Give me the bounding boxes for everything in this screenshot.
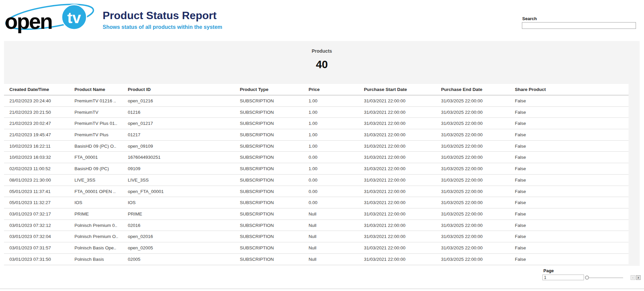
table-cell: 31/03/2025 22:00:00	[441, 197, 514, 208]
table-cell: 31/03/2025 22:00:00	[441, 152, 514, 163]
table-cell: False	[515, 220, 626, 231]
table-cell: SUBSCRIPTION	[240, 152, 307, 163]
table-row[interactable]: 21/02/2023 19:45:47PremiumTV Plus01217SU…	[4, 129, 629, 141]
table-cell: open_01216	[128, 95, 238, 106]
table-cell: open_FTA_00001	[128, 186, 238, 197]
table-cell: 02016	[128, 220, 238, 231]
column-header[interactable]: Created Date/Time	[9, 84, 73, 95]
table-cell: SUBSCRIPTION	[240, 107, 307, 118]
table-cell: False	[515, 141, 626, 152]
table-cell: 31/03/2025 22:00:00	[441, 231, 514, 242]
table-row[interactable]: 03/01/2023 07:31:50Polnisch Basis02005SU…	[4, 254, 629, 264]
table-row[interactable]: 03/01/2023 07:32:12Polnisch Premium 0..0…	[4, 220, 629, 231]
column-header[interactable]: Purchase End Date	[441, 84, 514, 95]
table-cell: 21/02/2023 20:24:40	[9, 95, 73, 106]
table-cell: 09109	[128, 163, 238, 174]
table-cell: False	[515, 163, 626, 174]
next-page-button[interactable]: ›	[636, 275, 641, 280]
table-cell: 31/03/2021 22:00:00	[364, 141, 440, 152]
table-cell: 31/03/2025 22:00:00	[441, 107, 514, 118]
table-cell: 31/03/2025 22:00:00	[441, 175, 514, 186]
page-subtitle: Shows status of all products within the …	[103, 24, 222, 30]
table-row[interactable]: 08/01/2023 21:30:00LIVE_3SSLIVE_3SSSUBSC…	[4, 175, 629, 186]
column-header[interactable]: Price	[309, 84, 363, 95]
table-cell: 1676044930251	[128, 152, 238, 163]
table-row[interactable]: 10/02/2023 16:22:11BasisHD 09 (PC) O..op…	[4, 141, 629, 152]
table-cell: 31/03/2025 22:00:00	[441, 163, 514, 174]
table-cell: PremiumTV Plus	[74, 129, 127, 140]
table-cell: FTA_00001 OPEN ..	[74, 186, 127, 197]
table-cell: False	[515, 152, 626, 163]
table-cell: Polnisch Basis Ope..	[74, 242, 127, 253]
table-cell: False	[515, 231, 626, 242]
table-cell: Polnisch Premium 0..	[74, 220, 127, 231]
products-table: Created Date/TimeProduct NameProduct IDP…	[4, 84, 629, 264]
table-cell: Null	[309, 231, 363, 242]
prev-page-button[interactable]: ‹	[631, 275, 635, 280]
table-cell: SUBSCRIPTION	[240, 231, 307, 242]
bottom-divider	[0, 289, 644, 289]
table-cell: 1.00	[309, 141, 363, 152]
table-cell: False	[515, 118, 626, 129]
table-cell: open_01217	[128, 118, 238, 129]
table-row[interactable]: 05/01/2023 11:37:41FTA_00001 OPEN ..open…	[4, 186, 629, 197]
table-cell: 31/03/2025 22:00:00	[441, 95, 514, 106]
table-cell: SUBSCRIPTION	[240, 163, 307, 174]
table-row[interactable]: 02/02/2023 11:00:52BasisHD 09 (PC)09109S…	[4, 163, 629, 175]
table-cell: 31/03/2025 22:00:00	[441, 186, 514, 197]
column-header[interactable]: Purchase Start Date	[364, 84, 440, 95]
table-cell: 02005	[128, 254, 238, 264]
table-cell: 31/03/2021 22:00:00	[364, 107, 440, 118]
table-cell: 31/03/2021 22:00:00	[364, 208, 440, 220]
table-row[interactable]: 21/02/2023 20:21:50PremiumTV01216SUBSCRI…	[4, 107, 629, 118]
table-row[interactable]: 10/02/2023 16:03:32FTA_00001167604493025…	[4, 152, 629, 163]
table-cell: SUBSCRIPTION	[240, 141, 307, 152]
table-row[interactable]: 21/02/2023 20:02:47PremiumTV Plus 01..op…	[4, 118, 629, 129]
table-cell: 31/03/2021 22:00:00	[364, 163, 440, 174]
table-cell: LIVE_3SS	[74, 175, 127, 186]
table-cell: 31/03/2021 22:00:00	[364, 118, 440, 129]
table-cell: PremiumTV 01216 ..	[74, 95, 127, 106]
table-cell: False	[515, 242, 626, 253]
table-cell: 02/02/2023 11:00:52	[9, 163, 73, 174]
table-cell: PremiumTV Plus 01..	[74, 118, 127, 129]
table-cell: 0.00	[309, 152, 363, 163]
table-header-row: Created Date/TimeProduct NameProduct IDP…	[4, 84, 629, 95]
table-cell: open_02016	[128, 231, 238, 242]
table-cell: 31/03/2025 22:00:00	[441, 141, 514, 152]
table-row[interactable]: 05/01/2023 11:32:27IOSIOSSUBSCRIPTION0.0…	[4, 197, 629, 208]
table-row[interactable]: 03/01/2023 07:32:17PRIMEPRIMESUBSCRIPTIO…	[4, 208, 629, 220]
column-header[interactable]: Product ID	[128, 84, 238, 95]
page-input[interactable]	[542, 275, 584, 280]
table-cell: BasisHD 09 (PC)	[74, 163, 127, 174]
table-cell: 05/01/2023 11:37:41	[9, 186, 73, 197]
table-cell: Polnisch Basis	[74, 254, 127, 264]
table-cell: IOS	[128, 197, 238, 208]
table-row[interactable]: 03/01/2023 07:31:57Polnisch Basis Ope..o…	[4, 242, 629, 254]
report-panel: Products 40 Created Date/TimeProduct Nam…	[4, 41, 640, 266]
logo-badge: tv	[67, 9, 81, 27]
table-cell: PRIME	[74, 208, 127, 220]
page-title: Product Status Report	[103, 9, 217, 22]
table-row[interactable]: 03/01/2023 07:32:04Polnisch Premium O..o…	[4, 231, 629, 242]
table-cell: 21/02/2023 20:02:47	[9, 118, 73, 129]
page-slider-track[interactable]	[587, 277, 623, 278]
column-header[interactable]: Product Name	[74, 84, 127, 95]
search-input[interactable]	[522, 22, 636, 29]
page-slider-knob[interactable]	[585, 276, 589, 280]
table-cell: 31/03/2021 22:00:00	[364, 152, 440, 163]
table-row[interactable]: 21/02/2023 20:24:40PremiumTV 01216 ..ope…	[4, 95, 629, 107]
table-cell: 31/03/2025 22:00:00	[441, 254, 514, 264]
table-cell: False	[515, 208, 626, 220]
table-cell: 1.00	[309, 118, 363, 129]
table-cell: Null	[309, 242, 363, 253]
table-cell: 31/03/2021 22:00:00	[364, 231, 440, 242]
table-cell: 31/03/2021 22:00:00	[364, 186, 440, 197]
table-cell: 31/03/2021 22:00:00	[364, 175, 440, 186]
column-header[interactable]: Product Type	[240, 84, 307, 95]
table-cell: 31/03/2021 22:00:00	[364, 129, 440, 140]
table-cell: 1.00	[309, 163, 363, 174]
table-body: 21/02/2023 20:24:40PremiumTV 01216 ..ope…	[4, 95, 629, 264]
table-cell: 0.00	[309, 186, 363, 197]
column-header[interactable]: Share Product	[515, 84, 626, 95]
